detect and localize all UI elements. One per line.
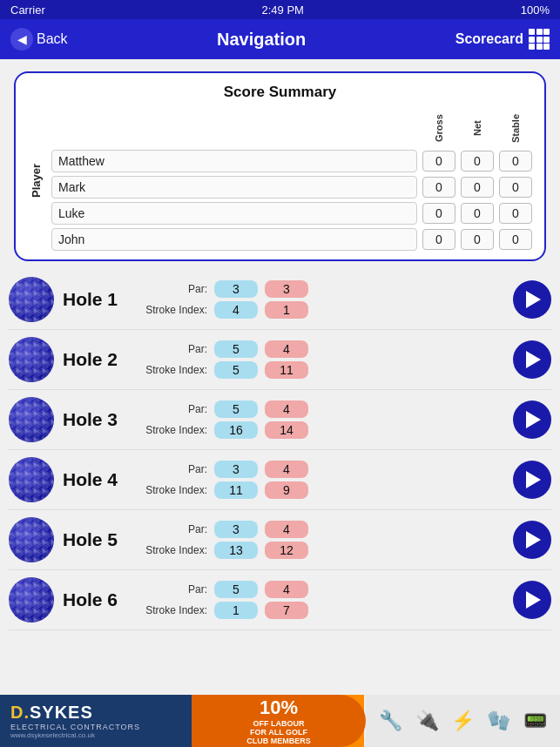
- par-label-5: Par:: [138, 583, 207, 596]
- hole-row-0: Hole 1 Par: 3 3 Stroke Index: 4 1: [9, 270, 551, 330]
- stable-header: Stable: [499, 110, 532, 146]
- ad-middle: 10% OFF LABOURFOR ALL GOLFCLUB MEMBERS: [192, 695, 366, 747]
- ad-tool-icon: 🔧: [379, 710, 402, 732]
- ad-right: 🔧 🔌 ⚡ 🧤 📟: [366, 695, 560, 747]
- gross-3: 0: [422, 229, 455, 250]
- par-pink-3: 4: [265, 461, 308, 478]
- par-pink-2: 4: [265, 400, 308, 418]
- par-blue-5: 5: [214, 581, 258, 598]
- si-label-1: Stroke Index:: [138, 364, 207, 376]
- play-triangle-0: [526, 291, 541, 308]
- play-triangle-2: [526, 411, 541, 428]
- golf-ball-3: [9, 457, 54, 502]
- back-arrow-icon: ◀: [10, 28, 33, 50]
- stable-2: 0: [499, 203, 532, 224]
- battery-label: 100%: [521, 3, 550, 17]
- par-row-3: Par: 3 4: [138, 461, 504, 478]
- si-blue-2: 16: [214, 421, 258, 439]
- player-row-3: John 0 0 0: [51, 228, 532, 251]
- ad-off-text: OFF LABOURFOR ALL GOLFCLUB MEMBERS: [246, 719, 311, 745]
- hole-details-0: Par: 3 3 Stroke Index: 4 1: [138, 280, 504, 319]
- back-label: Back: [37, 31, 68, 47]
- par-label-0: Par:: [138, 283, 207, 295]
- play-button-5[interactable]: [513, 581, 551, 619]
- hole-name-3: Hole 4: [63, 469, 129, 490]
- si-label-5: Stroke Index:: [138, 604, 207, 616]
- hole-details-5: Par: 5 4 Stroke Index: 1 7: [138, 581, 504, 619]
- par-label-2: Par:: [138, 403, 207, 415]
- net-0: 0: [461, 151, 494, 172]
- play-button-0[interactable]: [513, 280, 551, 319]
- si-blue-4: 13: [214, 542, 258, 559]
- par-blue-0: 3: [214, 280, 258, 298]
- hole-row-2: Hole 3 Par: 5 4 Stroke Index: 16 14: [9, 390, 551, 450]
- play-button-2[interactable]: [513, 400, 551, 439]
- si-pink-3: 9: [265, 481, 308, 499]
- si-row-1: Stroke Index: 5 11: [138, 361, 504, 379]
- par-row-0: Par: 3 3: [138, 280, 504, 298]
- hole-name-4: Hole 5: [63, 529, 129, 550]
- play-triangle-4: [526, 531, 541, 548]
- gross-1: 0: [422, 177, 455, 198]
- par-pink-1: 4: [265, 340, 308, 358]
- ad-subtitle: ELECTRICAL CONTRACTORS: [10, 723, 181, 731]
- hole-row-3: Hole 4 Par: 3 4 Stroke Index: 11 9: [9, 450, 551, 510]
- par-pink-0: 3: [265, 280, 308, 298]
- si-blue-1: 5: [214, 361, 258, 379]
- si-pink-4: 12: [265, 542, 308, 559]
- ad-bolt-icon: ⚡: [451, 710, 475, 732]
- golf-ball-5: [9, 577, 54, 622]
- score-header-row: Gross Net Stable: [51, 110, 532, 146]
- ad-percent: 10%: [260, 697, 298, 719]
- par-blue-1: 5: [214, 340, 258, 358]
- player-name-0: Matthew: [51, 150, 417, 172]
- player-row-0: Matthew 0 0 0: [51, 150, 532, 172]
- score-summary-panel: Score Summary Player Gross Net Stable Ma…: [14, 71, 546, 261]
- stable-3: 0: [499, 229, 532, 250]
- par-row-1: Par: 5 4: [138, 340, 504, 358]
- stable-1: 0: [499, 177, 532, 198]
- hole-name-0: Hole 1: [63, 289, 129, 310]
- si-label-0: Stroke Index:: [138, 304, 207, 316]
- hole-details-4: Par: 3 4 Stroke Index: 13 12: [138, 521, 504, 559]
- si-blue-3: 11: [214, 481, 258, 499]
- par-pink-5: 4: [265, 581, 308, 598]
- play-triangle-5: [526, 591, 541, 609]
- par-label-1: Par:: [138, 343, 207, 355]
- play-triangle-3: [526, 471, 541, 488]
- gross-2: 0: [422, 203, 455, 224]
- gross-0: 0: [422, 151, 455, 172]
- player-name-2: Luke: [51, 202, 417, 225]
- si-row-0: Stroke Index: 4 1: [138, 301, 504, 319]
- scorecard-grid-icon: [529, 29, 550, 50]
- play-button-4[interactable]: [513, 521, 551, 559]
- golf-ball-2: [9, 397, 54, 442]
- play-button-1[interactable]: [513, 340, 551, 379]
- gross-header: Gross: [422, 110, 455, 146]
- scorecard-button[interactable]: Scorecard: [455, 29, 550, 50]
- carrier-label: Carrier: [10, 3, 45, 17]
- si-row-3: Stroke Index: 11 9: [138, 481, 504, 499]
- net-2: 0: [461, 203, 494, 224]
- par-blue-2: 5: [214, 400, 258, 418]
- net-3: 0: [461, 229, 494, 250]
- par-blue-3: 3: [214, 461, 258, 478]
- back-button[interactable]: ◀ Back: [10, 28, 68, 50]
- si-pink-0: 1: [265, 301, 308, 319]
- ad-website: www.dsykeselectrical.co.uk: [10, 731, 181, 739]
- ad-plug-icon: 🔌: [415, 710, 439, 732]
- player-column-label: Player: [28, 110, 44, 251]
- net-1: 0: [461, 177, 494, 198]
- holes-section: Hole 1 Par: 3 3 Stroke Index: 4 1: [0, 270, 560, 747]
- player-row-1: Mark 0 0 0: [51, 176, 532, 199]
- net-header: Net: [461, 110, 494, 146]
- player-name-3: John: [51, 228, 417, 251]
- play-button-3[interactable]: [513, 461, 551, 499]
- score-summary-title: Score Summary: [28, 84, 532, 101]
- nav-bar: ◀ Back Navigation Scorecard: [0, 19, 560, 59]
- si-row-4: Stroke Index: 13 12: [138, 542, 504, 559]
- si-blue-5: 1: [214, 602, 258, 619]
- si-row-5: Stroke Index: 1 7: [138, 602, 504, 619]
- si-label-4: Stroke Index:: [138, 544, 207, 556]
- golf-ball-1: [9, 337, 54, 382]
